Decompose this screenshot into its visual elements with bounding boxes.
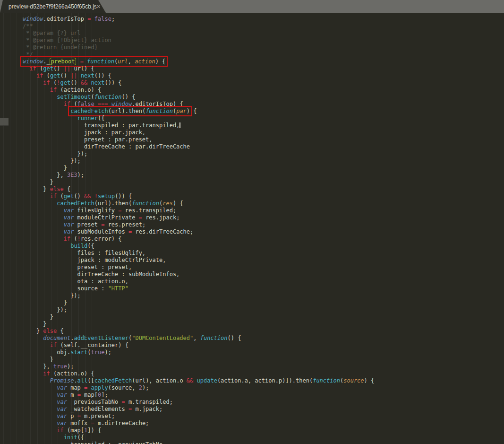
code-token: () — [60, 72, 71, 79]
code-line: }, 3E3); — [23, 172, 504, 179]
code-token: get — [64, 193, 74, 200]
code-token: action — [135, 58, 155, 65]
tab-title: preview-d52be7f9f266a450f65cb.js — [9, 3, 97, 10]
code-token: var — [64, 207, 74, 214]
code-token: ) { — [364, 377, 375, 384]
code-token: var — [57, 413, 67, 419]
code-token: init — [64, 434, 77, 441]
code-line: preset : preset, — [23, 264, 504, 271]
code-token — [23, 392, 57, 398]
code-token: ( — [57, 193, 63, 200]
code-token: = — [77, 392, 81, 398]
code-token: (action.a, action.p)]).then( — [217, 377, 313, 384]
code-line: } else { — [23, 328, 504, 335]
code-token: if — [64, 235, 70, 242]
code-token: var — [64, 214, 74, 221]
code-token: addEventListener — [74, 335, 128, 341]
code-token: ! — [57, 79, 60, 86]
code-line: } — [23, 313, 504, 321]
code-token: { — [64, 186, 70, 192]
code-token — [23, 235, 64, 242]
code-token: || — [64, 65, 70, 72]
code-token: cachedFetch — [94, 377, 132, 384]
code-token: p — [67, 413, 77, 419]
code-token — [91, 193, 94, 200]
code-line: window.editorIsTop = false; — [23, 16, 504, 23]
code-token: */ — [23, 51, 33, 58]
code-token: { — [57, 328, 63, 334]
code-token — [23, 370, 43, 377]
code-token — [23, 214, 64, 221]
code-token: ota : action.o, — [23, 278, 128, 285]
code-token: ( — [91, 94, 94, 100]
code-token: } — [23, 299, 67, 306]
code-line: files : filesUglify, — [23, 250, 504, 257]
code-line: var subModuleInfos = res.dirTreeCache; — [23, 228, 504, 235]
code-token: m.preset; — [81, 413, 115, 419]
code-token: (action.o) { — [57, 87, 101, 93]
code-token: window — [23, 16, 43, 22]
search-highlight: preboot — [50, 58, 76, 65]
code-token — [23, 413, 57, 419]
tab-active-file[interactable]: preview-d52be7f9f266a450f65cb.js × — [0, 0, 106, 13]
code-token: (self.__container) { — [57, 342, 128, 348]
code-token: var — [57, 392, 67, 398]
close-icon[interactable]: × — [97, 3, 101, 10]
code-token: build — [70, 243, 87, 249]
code-token: update — [197, 377, 217, 384]
code-area[interactable]: window.editorIsTop = false;/** * @param … — [0, 13, 504, 444]
code-token: * @param {!Object} action — [23, 37, 111, 44]
code-line: var preset = res.preset; — [23, 221, 504, 228]
code-line: * @param {!Object} action — [23, 37, 504, 44]
code-line: if (action.o) { — [23, 87, 504, 94]
code-token: var — [57, 420, 67, 427]
code-token: ()) { — [115, 193, 132, 200]
code-token: ); — [67, 363, 74, 370]
code-token: var — [64, 228, 74, 235]
code-line: if (get() || url) { — [23, 65, 504, 72]
code-token: }); — [23, 306, 67, 313]
code-token — [23, 335, 43, 341]
code-token: (source, — [108, 384, 139, 391]
code-line: cachedFetch(url).then(function(par) { — [23, 108, 504, 115]
code-token: = — [91, 420, 94, 427]
code-line: }); — [23, 157, 504, 165]
code-token: ]) { — [87, 427, 101, 434]
code-line: } — [23, 321, 504, 328]
code-token — [23, 377, 50, 384]
code-token: if — [36, 72, 43, 79]
code-line: }); — [23, 306, 504, 313]
code-token: * @param {?} url — [23, 30, 81, 36]
code-token: false — [77, 101, 94, 107]
code-token: var — [57, 384, 67, 391]
code-line: var p = m.preset; — [23, 413, 504, 420]
code-line: } else { — [23, 186, 504, 193]
code-token — [87, 79, 91, 86]
code-token: next — [91, 79, 105, 86]
code-token: if — [43, 79, 50, 86]
code-token — [23, 420, 57, 427]
code-token: , — [128, 58, 135, 65]
code-line: var m = map[0]; — [23, 392, 504, 399]
code-token — [23, 427, 57, 434]
code-token: (url).then( — [94, 200, 132, 207]
code-token — [77, 72, 81, 79]
code-token: if — [50, 193, 57, 200]
code-token: }); — [23, 292, 81, 299]
code-line: /** — [23, 23, 504, 30]
code-token: moduleCtrlPrivate — [74, 214, 138, 221]
code-token: = — [80, 58, 84, 65]
code-token: par — [176, 108, 187, 114]
code-token: } — [23, 321, 47, 327]
code-token: false — [94, 16, 111, 22]
code-token: = — [139, 214, 142, 221]
code-token: true — [91, 349, 105, 356]
code-token: cachedFetch — [70, 108, 108, 114]
code-token: var — [57, 399, 67, 405]
code-token: jpack : moduleCtrlPrivate, — [23, 257, 166, 263]
code-line: runner({ — [23, 115, 504, 122]
code-token: () — [53, 65, 64, 72]
code-token: window — [111, 101, 132, 107]
code-token: ) { — [173, 200, 183, 207]
code-token: setup — [98, 193, 115, 200]
